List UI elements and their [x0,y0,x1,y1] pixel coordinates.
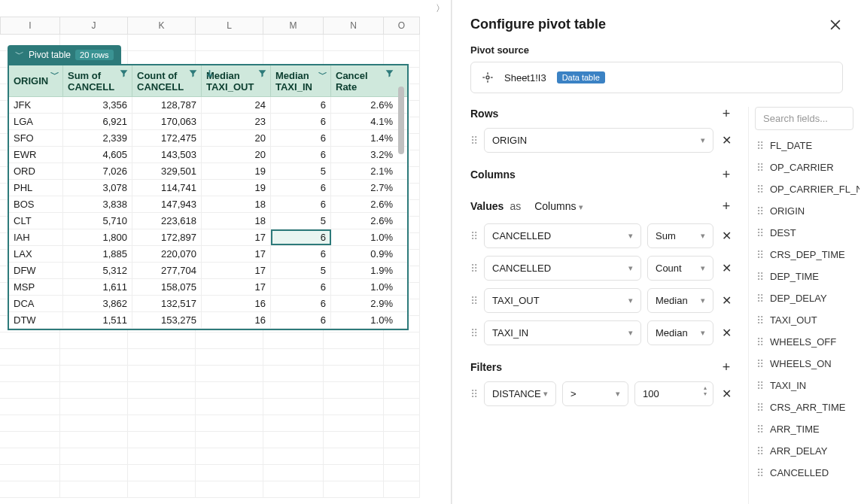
pivot-column-header[interactable]: Count ofCANCELL [132,65,202,96]
grid-cell[interactable] [324,349,384,366]
field-list-item[interactable]: DEP_DELAY [750,287,859,309]
grid-cell[interactable] [128,465,196,481]
grid-cell[interactable] [196,465,263,481]
grid-cell[interactable] [196,399,263,415]
pivot-cell[interactable]: 24 [202,97,271,113]
pivot-cell[interactable]: 147,943 [132,196,202,212]
pivot-cell[interactable]: 17 [202,279,271,295]
remove-button[interactable]: ✕ [720,293,733,308]
grid-cell[interactable] [0,349,60,366]
drag-handle-icon[interactable] [756,381,764,391]
pivot-cell[interactable]: LAX [9,246,63,262]
drag-handle-icon[interactable] [756,250,764,260]
pivot-cell[interactable]: 17 [202,246,271,262]
column-header[interactable]: N [324,17,384,35]
pivot-cell[interactable]: 4,605 [63,147,132,162]
grid-cell[interactable] [128,399,196,415]
column-header[interactable]: O [384,17,420,35]
add-filter-button[interactable]: + [720,360,733,374]
filter-icon[interactable] [188,68,198,80]
pivot-cell[interactable]: 4.1% [331,114,397,129]
field-list-item[interactable]: CRS_ARR_TIME [750,396,859,418]
pivot-cell[interactable]: 3,838 [63,196,132,212]
pivot-cell[interactable]: 1.9% [331,263,397,278]
pivot-cell[interactable]: 1,800 [63,229,132,245]
grid-cell[interactable] [263,465,324,481]
pivot-cell[interactable]: 5 [271,213,331,229]
grid-cell[interactable] [324,366,384,382]
pivot-cell[interactable]: 6,921 [63,114,132,129]
drag-handle-icon[interactable] [756,359,764,369]
pivot-cell[interactable]: ORD [9,163,63,179]
pivot-cell[interactable]: 17 [202,229,271,245]
pivot-table-tab[interactable]: ﹀ Pivot table 20 rows [8,45,121,64]
pivot-cell[interactable]: CLT [9,213,63,229]
pivot-cell[interactable]: 170,063 [132,114,202,129]
stepper-icon[interactable]: ▴▾ [704,385,707,397]
grid-cell[interactable] [128,349,196,366]
grid-cell[interactable] [0,332,60,349]
add-row-button[interactable]: + [720,107,733,120]
field-list-item[interactable]: CRS_DEP_TIME [750,244,859,266]
drag-handle-icon[interactable] [756,402,764,413]
grid-cell[interactable] [384,382,420,399]
filter-value-input[interactable]: 100▴▾ [634,381,713,406]
grid-cell[interactable] [128,366,196,382]
filter-field-select[interactable]: DISTANCE▾ [484,381,556,406]
pivot-cell[interactable]: 3,078 [63,180,132,196]
grid-cell[interactable] [196,349,263,366]
drag-handle-icon[interactable] [470,135,478,146]
grid-cell[interactable] [324,465,384,481]
pivot-cell[interactable]: 6 [271,130,331,146]
pivot-cell[interactable]: 1,511 [63,312,132,328]
pivot-cell[interactable]: 1.0% [331,229,397,245]
search-fields-input[interactable]: Search fields... [755,107,853,130]
grid-cell[interactable] [263,432,324,448]
pivot-column-header[interactable]: ORIGIN﹀ [9,65,63,96]
field-list-item[interactable]: OP_CARRIER [750,156,859,178]
value-agg-select[interactable]: Median▾ [647,320,713,345]
drag-handle-icon[interactable] [756,315,764,326]
grid-cell[interactable] [0,415,60,432]
drag-handle-icon[interactable] [756,293,764,304]
pivot-cell[interactable]: 3,862 [63,296,132,311]
pivot-cell[interactable]: 6 [271,229,331,245]
drag-handle-icon[interactable] [756,206,764,217]
remove-button[interactable]: ✕ [720,229,733,243]
drag-handle-icon[interactable] [470,231,478,241]
pivot-cell[interactable]: 277,704 [132,263,202,278]
drag-handle-icon[interactable] [756,446,764,457]
grid-cell[interactable] [263,332,324,349]
grid-cell[interactable] [324,399,384,415]
grid-cell[interactable] [128,382,196,399]
pivot-cell[interactable]: 2.1% [331,163,397,179]
grid-cell[interactable] [324,448,384,465]
pivot-cell[interactable]: 6 [271,279,331,295]
pivot-cell[interactable]: SFO [9,130,63,146]
grid-cell[interactable] [263,481,324,498]
grid-cell[interactable] [196,448,263,465]
remove-button[interactable]: ✕ [720,326,733,340]
grid-cell[interactable] [60,399,128,415]
pivot-cell[interactable]: 153,275 [132,312,202,328]
pivot-cell[interactable]: 143,503 [132,147,202,162]
pivot-cell[interactable]: 5 [271,163,331,179]
pivot-cell[interactable]: 2.6% [331,213,397,229]
pivot-cell[interactable]: 3.2% [331,147,397,162]
field-list-item[interactable]: WHEELS_ON [750,353,859,375]
grid-cell[interactable] [384,415,420,432]
pivot-cell[interactable]: 6 [271,246,331,262]
drag-handle-icon[interactable] [756,424,764,435]
pivot-cell[interactable]: BOS [9,196,63,212]
grid-cell[interactable] [60,415,128,432]
pivot-cell[interactable]: 132,517 [132,296,202,311]
pivot-cell[interactable]: 128,787 [132,97,202,113]
add-column-button[interactable]: + [720,168,733,181]
pivot-cell[interactable]: 1.0% [331,312,397,328]
pivot-cell[interactable]: 2.6% [331,196,397,212]
pivot-cell[interactable]: DFW [9,263,63,278]
pivot-cell[interactable]: 1,611 [63,279,132,295]
grid-cell[interactable] [128,432,196,448]
value-field-select[interactable]: CANCELLED▾ [484,223,641,248]
grid-cell[interactable] [128,332,196,349]
